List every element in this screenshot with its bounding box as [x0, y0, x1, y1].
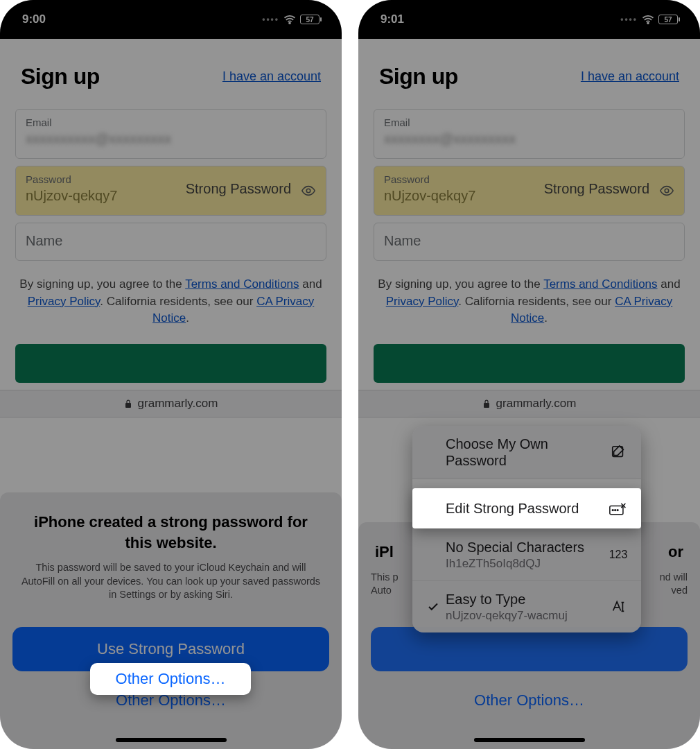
compose-icon [608, 445, 629, 460]
strong-password-tag: Strong Password [186, 181, 316, 197]
lock-icon [124, 399, 132, 408]
svg-point-13 [615, 510, 616, 511]
name-field[interactable]: Name [374, 223, 685, 261]
eye-icon[interactable] [301, 183, 316, 198]
url-text: grammarly.com [496, 397, 577, 411]
home-indicator[interactable] [116, 738, 227, 742]
name-field[interactable]: Name [15, 223, 326, 261]
url-bar[interactable]: grammarly.com [358, 390, 700, 417]
email-value: xxxxxxxxxx@xxxxxxxxx [26, 131, 316, 147]
privacy-link[interactable]: Privacy Policy [386, 295, 459, 308]
name-placeholder: Name [26, 233, 316, 249]
name-placeholder: Name [384, 233, 674, 249]
password-value: nUjzov-qekqy7 [26, 188, 117, 204]
wifi-icon [283, 15, 296, 24]
password-field[interactable]: Password nUjzov-qekqy7 Strong Password [374, 166, 685, 216]
have-account-link[interactable]: I have an account [581, 69, 679, 84]
password-edit-icon [608, 501, 629, 515]
signup-button[interactable] [15, 344, 326, 383]
password-field[interactable]: Password nUjzov-qekqy7 Strong Password [15, 166, 326, 216]
eye-icon[interactable] [659, 183, 674, 198]
terms-link[interactable]: Terms and Conditions [543, 277, 657, 291]
status-bar: 9:01 •••• 57 [358, 0, 700, 39]
signup-button[interactable] [374, 344, 685, 383]
lock-icon [482, 399, 491, 408]
email-field[interactable]: Email xxxxxxxx@xxxxxxxxx [374, 109, 685, 159]
phone-left: 9:00 •••• 57 Sign up I have an account E… [0, 0, 342, 749]
have-account-link[interactable]: I have an account [222, 69, 321, 84]
use-strong-password-button[interactable] [371, 627, 688, 671]
page-title: Sign up [379, 64, 458, 89]
text-cursor-icon [608, 599, 629, 614]
battery-icon: 57 [300, 15, 320, 24]
status-time: 9:01 [380, 12, 404, 26]
svg-rect-2 [125, 403, 131, 408]
check-icon [425, 601, 441, 613]
status-bar: 9:00 •••• 57 [0, 0, 342, 39]
email-label: Email [384, 117, 674, 128]
svg-point-1 [306, 189, 310, 193]
svg-point-3 [647, 22, 649, 24]
numbers-icon: 123 [608, 549, 629, 561]
edit-strong-password-highlight[interactable]: Edit Strong Password [412, 488, 641, 528]
other-options-popover: Choose My Own Password Edit Strong Passw… [412, 426, 641, 632]
svg-point-0 [289, 22, 290, 24]
other-options-highlight[interactable]: Other Options… [90, 663, 251, 695]
phone-right: 9:01 •••• 57 Sign up I have an account E… [358, 0, 700, 749]
cellular-dots-icon: •••• [620, 15, 638, 24]
legal-text: By signing up, you agree to the Terms an… [0, 268, 342, 336]
password-label: Password [384, 173, 475, 185]
wifi-icon [642, 15, 654, 24]
email-field[interactable]: Email xxxxxxxxxx@xxxxxxxxx [15, 109, 326, 159]
home-indicator[interactable] [474, 738, 585, 742]
battery-icon: 57 [658, 15, 678, 24]
svg-point-12 [612, 510, 613, 511]
password-value: nUjzov-qekqy7 [384, 188, 475, 204]
privacy-link[interactable]: Privacy Policy [28, 295, 100, 308]
terms-link[interactable]: Terms and Conditions [185, 277, 299, 291]
page-title: Sign up [21, 64, 100, 89]
strong-password-tag: Strong Password [544, 181, 674, 197]
legal-text: By signing up, you agree to the Terms an… [358, 268, 700, 336]
url-bar[interactable]: grammarly.com [0, 390, 342, 417]
password-label: Password [26, 173, 117, 185]
email-label: Email [26, 117, 316, 128]
svg-point-4 [665, 189, 669, 193]
other-options-button[interactable]: Other Options… [371, 680, 688, 721]
svg-point-14 [617, 510, 618, 511]
easy-to-type-item[interactable]: Easy to Type nUjzov-qekqy7-wacmuj [412, 581, 641, 632]
cellular-dots-icon: •••• [262, 15, 279, 24]
url-text: grammarly.com [138, 397, 218, 411]
email-value: xxxxxxxx@xxxxxxxxx [384, 131, 674, 147]
sheet-subtitle: This password will be saved to your iClo… [12, 561, 329, 627]
sheet-title: iPhone created a strong password for thi… [12, 512, 329, 561]
status-time: 9:00 [22, 12, 46, 26]
password-sheet: iPhone created a strong password for thi… [0, 492, 342, 749]
choose-own-password-item[interactable]: Choose My Own Password [412, 426, 641, 479]
no-special-chars-item[interactable]: No Special Characters Ih1eZTh5oIq8dQJ 12… [412, 529, 641, 581]
svg-rect-5 [484, 403, 489, 408]
